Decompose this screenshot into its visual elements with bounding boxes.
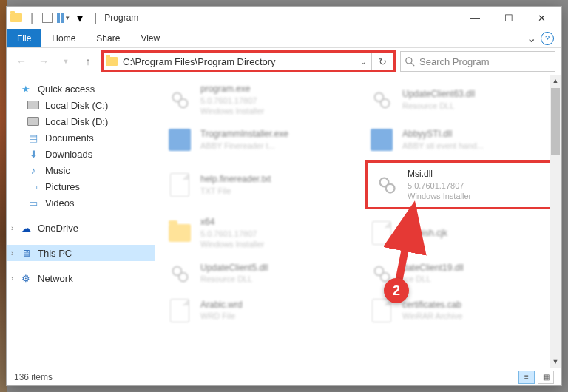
music-icon: ♪ bbox=[27, 164, 39, 176]
address-path[interactable]: C:\Program Files\Program Directory bbox=[120, 56, 355, 67]
ribbon: File Home Share View ⌄ ? bbox=[7, 29, 561, 48]
scroll-up-button[interactable]: ▲ bbox=[550, 75, 561, 87]
gear-icon bbox=[373, 172, 400, 198]
network-icon: ⚙ bbox=[20, 272, 32, 284]
view-large-icons-button[interactable]: ▦ bbox=[538, 371, 554, 384]
up-button[interactable]: ↑ bbox=[79, 53, 97, 70]
star-icon: ★ bbox=[20, 83, 32, 95]
nav-documents[interactable]: ▤Documents bbox=[7, 129, 155, 146]
ribbon-expand-button[interactable]: ⌄ ? bbox=[519, 29, 561, 47]
file-subtitle: ABBY sti event hand... bbox=[402, 141, 484, 151]
qa-dropdown-icon[interactable]: ▾ bbox=[73, 11, 87, 24]
refresh-button[interactable]: ↻ bbox=[371, 53, 393, 70]
gear-icon bbox=[166, 260, 193, 287]
checkbox-icon[interactable] bbox=[41, 11, 54, 24]
file-name: x64 bbox=[200, 217, 264, 229]
documents-icon: ▤ bbox=[27, 132, 39, 143]
gear-icon bbox=[368, 87, 395, 113]
nav-network[interactable]: ›⚙Network bbox=[7, 270, 155, 286]
file-subtitle: 5.0.7601.17807 bbox=[200, 229, 264, 239]
navigation-pane: ★ Quick access Local Disk (C:) Local Dis… bbox=[7, 75, 155, 368]
nav-downloads[interactable]: ⬇Downloads bbox=[7, 146, 155, 162]
view-grid-icon[interactable]: ▼ bbox=[57, 11, 70, 24]
file-name: help.finereader.txt bbox=[200, 174, 271, 186]
nav-pictures[interactable]: ▭Pictures bbox=[7, 178, 155, 195]
file-subtitle: Windows Installer bbox=[200, 106, 264, 116]
svg-point-0 bbox=[406, 57, 412, 63]
file-subtitle: WRD File bbox=[200, 311, 243, 321]
disk-icon bbox=[27, 115, 39, 127]
file-subtitle: Resource DLL bbox=[402, 101, 475, 111]
explorer-window: | ▼ ▾ | Program — ☐ ✕ File Home Share Vi… bbox=[6, 6, 562, 386]
scroll-down-button[interactable]: ▼ bbox=[550, 356, 561, 368]
search-icon bbox=[405, 57, 415, 67]
chevron-right-icon: › bbox=[11, 224, 13, 232]
titlebar: | ▼ ▾ | Program — ☐ ✕ bbox=[7, 7, 561, 29]
file-item[interactable]: UpdateClient63.dll Resource DLL bbox=[365, 81, 552, 119]
tab-file[interactable]: File bbox=[7, 29, 41, 47]
doc-icon bbox=[166, 172, 193, 198]
nav-quick-access[interactable]: ★ Quick access bbox=[7, 81, 155, 97]
file-list[interactable]: program.exe 5.0.7601.17807 Windows Insta… bbox=[155, 75, 561, 368]
downloads-icon: ⬇ bbox=[27, 148, 39, 160]
svg-point-5 bbox=[381, 99, 390, 108]
close-button[interactable]: ✕ bbox=[525, 7, 558, 29]
file-item[interactable]: Arabic.wrd WRD File bbox=[163, 294, 351, 327]
file-item[interactable]: x64 5.0.7601.17807 Windows Installer bbox=[163, 214, 351, 252]
file-item[interactable]: program.exe 5.0.7601.17807 Windows Insta… bbox=[163, 81, 351, 119]
file-item[interactable]: UpdateClient5.dll Resource DLL bbox=[163, 257, 351, 290]
chevron-right-icon: › bbox=[11, 274, 13, 283]
tab-share[interactable]: Share bbox=[86, 29, 130, 47]
forward-button[interactable]: → bbox=[35, 53, 53, 70]
nav-music[interactable]: ♪Music bbox=[7, 162, 155, 178]
nav-local-disk-c[interactable]: Local Disk (C:) bbox=[7, 97, 155, 113]
nav-row: ← → ▼ ↑ C:\Program Files\Program Directo… bbox=[7, 48, 561, 75]
pc-icon: 🖥 bbox=[20, 247, 32, 259]
address-bar[interactable]: C:\Program Files\Program Directory ⌄ ↻ bbox=[101, 50, 396, 72]
videos-icon: ▭ bbox=[27, 197, 39, 209]
recent-dropdown[interactable]: ▼ bbox=[57, 53, 75, 70]
chevron-right-icon: › bbox=[11, 249, 13, 257]
scroll-thumb[interactable] bbox=[551, 88, 560, 155]
nav-videos[interactable]: ▭Videos bbox=[7, 195, 155, 211]
item-count: 136 items bbox=[14, 372, 53, 382]
chevron-down-icon: ⌄ bbox=[527, 31, 536, 45]
statusbar: 136 items ≡ ▦ bbox=[7, 368, 561, 385]
file-name: TrogrammInstaller.exe bbox=[200, 129, 288, 141]
callout-badge-2: 2 bbox=[384, 278, 409, 303]
file-subtitle: Windows Installer bbox=[200, 239, 264, 249]
folder-icon bbox=[10, 11, 23, 24]
minimize-button[interactable]: — bbox=[459, 7, 492, 29]
window-title: Program bbox=[104, 13, 138, 23]
file-subtitle: WinRAR Archive bbox=[402, 311, 462, 321]
nav-this-pc[interactable]: ›🖥This PC bbox=[7, 245, 155, 261]
file-subtitle: Resource DLL bbox=[200, 274, 268, 284]
file-subtitle: ABBY Finereader t... bbox=[200, 141, 288, 151]
svg-point-9 bbox=[179, 272, 188, 281]
file-name: AbbyySTI.dll bbox=[402, 129, 484, 141]
file-name: program.exe bbox=[200, 84, 264, 95]
file-subtitle: 5.0.7601.17807 bbox=[408, 180, 471, 191]
search-input[interactable]: Search Program bbox=[400, 51, 555, 72]
pictures-icon: ▭ bbox=[27, 180, 39, 192]
file-item[interactable]: AbbyySTI.dll ABBY sti event hand... bbox=[365, 124, 552, 156]
file-subtitle: 5.0.7601.17807 bbox=[200, 95, 264, 106]
svg-point-7 bbox=[386, 184, 395, 193]
back-button[interactable]: ← bbox=[13, 53, 30, 70]
file-item[interactable]: TrogrammInstaller.exe ABBY Finereader t.… bbox=[163, 124, 351, 156]
file-item[interactable]: help.finereader.txt TXT File bbox=[163, 160, 351, 209]
doc-icon bbox=[166, 297, 193, 324]
help-icon[interactable]: ? bbox=[541, 32, 554, 45]
tab-view[interactable]: View bbox=[130, 29, 170, 47]
view-details-button[interactable]: ≡ bbox=[518, 371, 535, 384]
file-name: Arabic.wrd bbox=[200, 300, 243, 311]
box-icon bbox=[368, 126, 395, 153]
scrollbar[interactable]: ▲ ▼ bbox=[550, 75, 561, 368]
file-name: UpdateClient63.dll bbox=[402, 89, 475, 101]
address-dropdown-icon[interactable]: ⌄ bbox=[355, 58, 371, 66]
nav-local-disk-d[interactable]: Local Disk (D:) bbox=[7, 113, 155, 129]
nav-onedrive[interactable]: ›☁OneDrive bbox=[7, 220, 155, 236]
svg-line-15 bbox=[399, 208, 413, 282]
maximize-button[interactable]: ☐ bbox=[492, 7, 525, 29]
tab-home[interactable]: Home bbox=[41, 29, 86, 47]
